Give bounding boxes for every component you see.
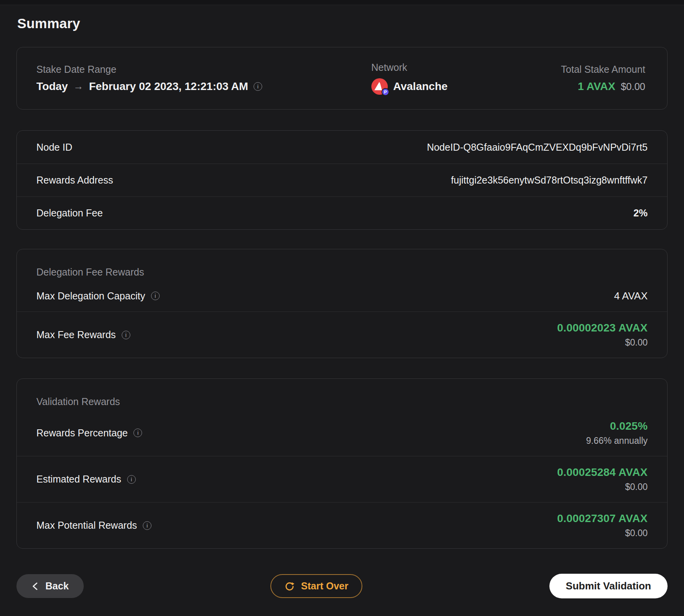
table-row-rewards-address: Rewards Address fujittgi2e3k56enytwSd78r… [17,164,667,196]
max-fee-rewards-value-group: 0.00002023 AVAX $0.00 [557,322,648,348]
total-stake-label: Total Stake Amount [561,64,645,75]
stake-date-from: Today [36,80,68,93]
estimated-rewards-value: 0.00025284 AVAX [557,466,648,479]
max-delegation-capacity-value: 4 AVAX [614,290,648,302]
max-potential-rewards-usd: $0.00 [625,528,648,539]
rewards-address-value: fujittgi2e3k56enytwSd78rtOtsq3izg8wnftff… [451,175,648,186]
arrow-right-icon: → [73,81,83,92]
estimated-rewards-value-group: 0.00025284 AVAX $0.00 [557,466,648,492]
info-icon[interactable] [151,292,160,300]
delegation-fee-rewards-title: Delegation Fee Rewards [17,249,667,280]
summary-panel: Summary Stake Date Range Today → Februar… [0,16,684,598]
row-max-delegation-capacity: Max Delegation Capacity 4 AVAX [17,280,667,312]
row-rewards-percentage: Rewards Percentage 0.025% 9.66% annually [17,410,667,456]
delegation-fee-value: 2% [634,207,648,219]
footer-actions: Back Start Over Submit Validation [16,574,668,598]
back-button[interactable]: Back [16,574,84,598]
total-stake-group: Total Stake Amount 1 AVAX $0.00 [561,64,645,93]
total-stake-value: 1 AVAX $0.00 [578,80,645,93]
total-stake-amount: 1 AVAX [578,80,615,93]
top-panel-edge [0,0,684,5]
delegation-fee-label: Delegation Fee [36,207,103,219]
rewards-percentage-text: Rewards Percentage [36,427,128,439]
max-fee-rewards-usd: $0.00 [625,337,648,348]
rewards-percentage-annual: 9.66% annually [586,436,648,446]
start-over-button-label: Start Over [301,580,348,592]
node-id-label: Node ID [36,142,72,153]
stake-overview-card: Stake Date Range Today → February 02 202… [16,47,668,110]
rewards-percentage-value: 0.025% [610,420,648,432]
avalanche-logo-icon: P [371,78,388,95]
table-row-delegation-fee: Delegation Fee 2% [17,196,667,229]
submit-validation-button-label: Submit Validation [566,580,651,592]
network-name: Avalanche [393,80,448,93]
max-potential-rewards-label: Max Potential Rewards [36,520,151,531]
row-max-potential-rewards: Max Potential Rewards 0.00027307 AVAX $0… [17,502,667,548]
back-button-label: Back [45,580,69,592]
max-delegation-capacity-text: Max Delegation Capacity [36,290,145,302]
submit-validation-button[interactable]: Submit Validation [549,574,668,598]
chevron-left-icon [31,582,39,591]
info-icon[interactable] [143,521,151,530]
network-label: Network [371,62,561,73]
p-chain-badge: P [382,88,389,96]
refresh-icon [284,581,295,591]
info-icon[interactable] [122,331,130,339]
start-over-button[interactable]: Start Over [270,574,362,598]
max-fee-rewards-value: 0.00002023 AVAX [557,322,648,334]
max-potential-rewards-value-group: 0.00027307 AVAX $0.00 [557,512,648,539]
max-fee-rewards-text: Max Fee Rewards [36,329,116,340]
info-icon[interactable] [127,475,136,484]
estimated-rewards-usd: $0.00 [625,482,648,492]
rewards-address-label: Rewards Address [36,175,113,186]
table-row-node-id: Node ID NodeID-Q8Gfaaio9FAqCmZVEXDq9bFvN… [17,131,667,164]
total-stake-usd: $0.00 [621,81,645,92]
info-icon[interactable] [254,82,262,91]
stake-date-range-label: Stake Date Range [36,64,371,75]
node-id-value: NodeID-Q8Gfaaio9FAqCmZVEXDq9bFvNPvDi7rt5 [427,142,648,153]
max-fee-rewards-label: Max Fee Rewards [36,329,130,340]
row-max-fee-rewards: Max Fee Rewards 0.00002023 AVAX $0.00 [17,312,667,358]
max-potential-rewards-value: 0.00027307 AVAX [557,512,648,525]
validation-rewards-card: Validation Rewards Rewards Percentage 0.… [16,378,668,549]
row-estimated-rewards: Estimated Rewards 0.00025284 AVAX $0.00 [17,456,667,502]
delegation-fee-rewards-card: Delegation Fee Rewards Max Delegation Ca… [16,249,668,358]
max-potential-rewards-text: Max Potential Rewards [36,520,137,531]
stake-date-range-group: Stake Date Range Today → February 02 202… [36,64,371,93]
stake-date-to: February 02 2023, 12:21:03 AM [89,80,248,93]
network-value: P Avalanche [371,78,561,95]
rewards-percentage-label: Rewards Percentage [36,427,142,439]
estimated-rewards-label: Estimated Rewards [36,474,136,485]
network-group: Network P Avalanche [371,62,561,95]
stake-date-range-value: Today → February 02 2023, 12:21:03 AM [36,80,371,93]
info-icon[interactable] [133,429,142,437]
rewards-percentage-value-group: 0.025% 9.66% annually [586,420,648,446]
estimated-rewards-text: Estimated Rewards [36,474,121,485]
max-delegation-capacity-label: Max Delegation Capacity [36,290,160,302]
node-details-card: Node ID NodeID-Q8Gfaaio9FAqCmZVEXDq9bFvN… [16,130,668,230]
validation-rewards-title: Validation Rewards [17,379,667,410]
page-title: Summary [17,16,667,31]
